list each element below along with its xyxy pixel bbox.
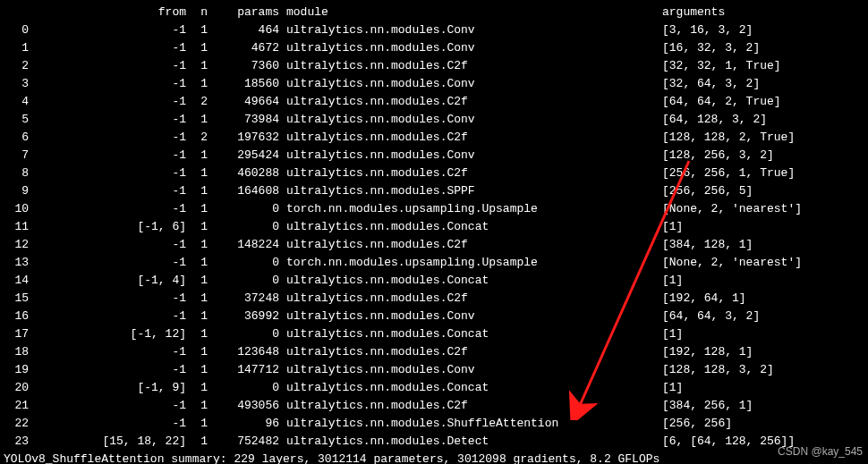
cell-args: [128, 128, 3, 2] [662, 361, 774, 379]
cell-n: 1 [186, 111, 208, 129]
table-row: 15-1137248ultralytics.nn.modules.C2f[192… [4, 290, 864, 308]
table-row: 14[-1, 4]10ultralytics.nn.modules.Concat… [4, 272, 864, 290]
cell-module: ultralytics.nn.modules.C2f [279, 290, 662, 308]
cell-params: 37248 [208, 290, 279, 308]
cell-from: -1 [29, 343, 186, 361]
cell-args: [1] [662, 379, 683, 397]
cell-params: 96 [208, 415, 279, 433]
cell-args: [3, 16, 3, 2] [662, 21, 753, 39]
cell-from: [-1, 6] [29, 218, 186, 236]
cell-params: 0 [208, 254, 279, 272]
cell-n: 1 [186, 397, 208, 415]
table-row: 23[15, 18, 22]1752482ultralytics.nn.modu… [4, 433, 864, 451]
table-row: 3-1118560ultralytics.nn.modules.Conv[32,… [4, 75, 864, 93]
cell-n: 1 [186, 361, 208, 379]
cell-idx: 9 [4, 182, 29, 200]
cell-from: -1 [29, 290, 186, 308]
cell-args: [384, 256, 1] [662, 397, 753, 415]
cell-params: 123648 [208, 343, 279, 361]
cell-params: 0 [208, 272, 279, 290]
cell-n: 1 [186, 254, 208, 272]
cell-idx: 3 [4, 75, 29, 93]
cell-idx: 12 [4, 236, 29, 254]
summary-line: YOLOv8_ShuffleAttention summary: 229 lay… [4, 451, 864, 464]
cell-args: [256, 256] [662, 415, 732, 433]
cell-params: 0 [208, 379, 279, 397]
cell-from: -1 [29, 254, 186, 272]
cell-args: [384, 128, 1] [662, 236, 753, 254]
cell-module: ultralytics.nn.modules.C2f [279, 93, 662, 111]
cell-params: 147712 [208, 361, 279, 379]
cell-module: ultralytics.nn.modules.ShuffleAttention [279, 415, 662, 433]
cell-from: -1 [29, 147, 186, 165]
cell-from: -1 [29, 236, 186, 254]
watermark: CSDN @kay_545 [778, 443, 863, 460]
cell-from: -1 [29, 21, 186, 39]
cell-from: [-1, 9] [29, 379, 186, 397]
cell-from: [-1, 12] [29, 325, 186, 343]
cell-params: 0 [208, 325, 279, 343]
cell-idx: 4 [4, 93, 29, 111]
cell-idx: 17 [4, 325, 29, 343]
cell-args: [32, 32, 1, True] [662, 57, 781, 75]
table-row: 13-110torch.nn.modules.upsampling.Upsamp… [4, 254, 864, 272]
table-row: 9-11164608ultralytics.nn.modules.SPPF[25… [4, 182, 864, 200]
cell-idx: 10 [4, 200, 29, 218]
cell-module: ultralytics.nn.modules.C2f [279, 343, 662, 361]
cell-idx: 23 [4, 433, 29, 451]
cell-n: 1 [186, 182, 208, 200]
cell-idx: 11 [4, 218, 29, 236]
cell-from: -1 [29, 93, 186, 111]
cell-args: [64, 64, 2, True] [662, 93, 781, 111]
table-row: 16-1136992ultralytics.nn.modules.Conv[64… [4, 308, 864, 325]
cell-n: 1 [186, 272, 208, 290]
cell-n: 1 [186, 39, 208, 57]
cell-args: [256, 256, 1, True] [662, 165, 795, 182]
cell-module: ultralytics.nn.modules.C2f [279, 165, 662, 182]
cell-module: torch.nn.modules.upsampling.Upsample [279, 200, 662, 218]
cell-params: 36992 [208, 308, 279, 325]
table-row: 0-11464ultralytics.nn.modules.Conv[3, 16… [4, 21, 864, 39]
cell-params: 4672 [208, 39, 279, 57]
cell-from: -1 [29, 182, 186, 200]
col-arguments: arguments [662, 4, 725, 21]
cell-args: [128, 128, 2, True] [662, 129, 795, 147]
cell-n: 1 [186, 165, 208, 182]
cell-params: 148224 [208, 236, 279, 254]
cell-args: [6, [64, 128, 256]] [662, 433, 795, 451]
cell-n: 1 [186, 290, 208, 308]
cell-params: 460288 [208, 165, 279, 182]
cell-module: ultralytics.nn.modules.Conv [279, 111, 662, 129]
table-row: 21-11493056ultralytics.nn.modules.C2f[38… [4, 397, 864, 415]
cell-idx: 19 [4, 361, 29, 379]
table-row: 22-1196ultralytics.nn.modules.ShuffleAtt… [4, 415, 864, 433]
cell-idx: 15 [4, 290, 29, 308]
cell-module: ultralytics.nn.modules.Conv [279, 308, 662, 325]
cell-idx: 18 [4, 343, 29, 361]
cell-idx: 20 [4, 379, 29, 397]
cell-idx: 5 [4, 111, 29, 129]
cell-n: 1 [186, 75, 208, 93]
cell-n: 1 [186, 218, 208, 236]
cell-idx: 22 [4, 415, 29, 433]
model-table: 0-11464ultralytics.nn.modules.Conv[3, 16… [4, 21, 864, 451]
cell-module: ultralytics.nn.modules.Conv [279, 75, 662, 93]
cell-params: 464 [208, 21, 279, 39]
table-row: 7-11295424ultralytics.nn.modules.Conv[12… [4, 147, 864, 165]
cell-args: [16, 32, 3, 2] [662, 39, 760, 57]
cell-params: 752482 [208, 433, 279, 451]
cell-params: 73984 [208, 111, 279, 129]
cell-n: 2 [186, 93, 208, 111]
cell-module: ultralytics.nn.modules.Concat [279, 272, 662, 290]
cell-from: -1 [29, 111, 186, 129]
table-row: 19-11147712ultralytics.nn.modules.Conv[1… [4, 361, 864, 379]
cell-from: -1 [29, 57, 186, 75]
cell-params: 197632 [208, 129, 279, 147]
cell-args: [192, 64, 1] [662, 290, 746, 308]
cell-n: 1 [186, 415, 208, 433]
cell-n: 1 [186, 379, 208, 397]
cell-module: ultralytics.nn.modules.C2f [279, 57, 662, 75]
col-n: n [186, 4, 208, 21]
cell-module: ultralytics.nn.modules.Concat [279, 218, 662, 236]
cell-module: ultralytics.nn.modules.C2f [279, 129, 662, 147]
